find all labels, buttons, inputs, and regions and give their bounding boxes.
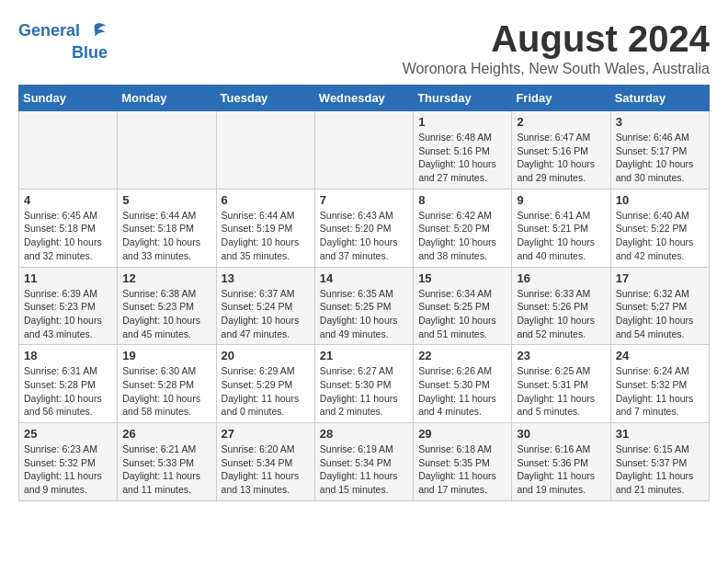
day-info: Sunrise: 6:42 AMSunset: 5:20 PMDaylight:… <box>418 209 506 263</box>
day-info: Sunrise: 6:20 AMSunset: 5:34 PMDaylight:… <box>222 442 310 497</box>
day-number: 11 <box>24 271 112 285</box>
week-row-3: 11Sunrise: 6:39 AMSunset: 5:23 PMDayligh… <box>19 267 710 345</box>
day-info: Sunrise: 6:32 AMSunset: 5:27 PMDaylight:… <box>616 287 704 341</box>
day-number: 27 <box>222 427 310 441</box>
calendar-cell: 21Sunrise: 6:27 AMSunset: 5:30 PMDayligh… <box>314 345 413 423</box>
weekday-header-thursday: Thursday <box>414 86 512 111</box>
calendar-cell: 3Sunrise: 6:46 AMSunset: 5:17 PMDaylight… <box>610 111 709 190</box>
day-number: 15 <box>418 271 506 285</box>
calendar-cell: 9Sunrise: 6:41 AMSunset: 5:21 PMDaylight… <box>512 189 610 267</box>
weekday-header-saturday: Saturday <box>610 86 709 111</box>
logo: General Blue <box>18 18 108 63</box>
week-row-4: 18Sunrise: 6:31 AMSunset: 5:28 PMDayligh… <box>19 345 710 423</box>
day-number: 4 <box>24 193 112 207</box>
day-info: Sunrise: 6:37 AMSunset: 5:24 PMDaylight:… <box>222 287 310 341</box>
day-number: 2 <box>517 115 605 129</box>
day-number: 31 <box>616 427 704 441</box>
day-info: Sunrise: 6:18 AMSunset: 5:35 PMDaylight:… <box>418 442 506 497</box>
logo-bird-icon <box>82 18 108 44</box>
day-info: Sunrise: 6:40 AMSunset: 5:22 PMDaylight:… <box>616 209 704 263</box>
calendar-table: SundayMondayTuesdayWednesdayThursdayFrid… <box>18 85 710 501</box>
calendar-cell: 12Sunrise: 6:38 AMSunset: 5:23 PMDayligh… <box>118 267 216 345</box>
calendar-cell: 15Sunrise: 6:34 AMSunset: 5:25 PMDayligh… <box>414 267 512 345</box>
day-number: 10 <box>616 193 704 207</box>
calendar-cell: 14Sunrise: 6:35 AMSunset: 5:25 PMDayligh… <box>314 267 413 345</box>
calendar-cell: 11Sunrise: 6:39 AMSunset: 5:23 PMDayligh… <box>19 267 118 345</box>
calendar-cell: 7Sunrise: 6:43 AMSunset: 5:20 PMDaylight… <box>314 189 413 267</box>
day-number: 22 <box>418 349 506 362</box>
day-number: 28 <box>320 427 408 441</box>
day-info: Sunrise: 6:31 AMSunset: 5:28 PMDaylight:… <box>24 364 112 419</box>
day-info: Sunrise: 6:24 AMSunset: 5:32 PMDaylight:… <box>616 364 704 419</box>
weekday-header-friday: Friday <box>512 86 610 111</box>
calendar-cell: 10Sunrise: 6:40 AMSunset: 5:22 PMDayligh… <box>610 189 709 267</box>
day-number: 21 <box>320 349 408 362</box>
day-info: Sunrise: 6:27 AMSunset: 5:30 PMDaylight:… <box>320 364 408 419</box>
calendar-cell: 25Sunrise: 6:23 AMSunset: 5:32 PMDayligh… <box>19 423 118 501</box>
calendar-cell: 18Sunrise: 6:31 AMSunset: 5:28 PMDayligh… <box>19 345 118 423</box>
day-number: 5 <box>122 193 210 207</box>
day-number: 13 <box>222 271 310 285</box>
calendar-cell: 29Sunrise: 6:18 AMSunset: 5:35 PMDayligh… <box>414 423 512 501</box>
calendar-cell: 26Sunrise: 6:21 AMSunset: 5:33 PMDayligh… <box>118 423 216 501</box>
calendar-cell: 6Sunrise: 6:44 AMSunset: 5:19 PMDaylight… <box>216 189 314 267</box>
day-number: 25 <box>24 427 112 441</box>
day-number: 18 <box>24 349 112 362</box>
weekday-header-tuesday: Tuesday <box>216 86 314 111</box>
calendar-cell: 31Sunrise: 6:15 AMSunset: 5:37 PMDayligh… <box>610 423 709 501</box>
calendar-cell: 20Sunrise: 6:29 AMSunset: 5:29 PMDayligh… <box>216 345 314 423</box>
calendar-cell: 4Sunrise: 6:45 AMSunset: 5:18 PMDaylight… <box>19 189 118 267</box>
calendar-cell: 13Sunrise: 6:37 AMSunset: 5:24 PMDayligh… <box>216 267 314 345</box>
day-number: 9 <box>517 193 605 207</box>
day-info: Sunrise: 6:29 AMSunset: 5:29 PMDaylight:… <box>222 364 310 419</box>
day-number: 26 <box>122 427 210 441</box>
week-row-5: 25Sunrise: 6:23 AMSunset: 5:32 PMDayligh… <box>19 423 710 501</box>
calendar-cell: 23Sunrise: 6:25 AMSunset: 5:31 PMDayligh… <box>512 345 610 423</box>
day-number: 23 <box>517 349 605 362</box>
day-info: Sunrise: 6:19 AMSunset: 5:34 PMDaylight:… <box>320 442 408 497</box>
day-info: Sunrise: 6:46 AMSunset: 5:17 PMDaylight:… <box>616 131 704 185</box>
day-info: Sunrise: 6:48 AMSunset: 5:16 PMDaylight:… <box>418 131 506 185</box>
day-number: 20 <box>222 349 310 362</box>
day-info: Sunrise: 6:35 AMSunset: 5:25 PMDaylight:… <box>320 287 408 341</box>
day-number: 17 <box>616 271 704 285</box>
day-info: Sunrise: 6:47 AMSunset: 5:16 PMDaylight:… <box>517 131 605 185</box>
calendar-cell: 19Sunrise: 6:30 AMSunset: 5:28 PMDayligh… <box>118 345 216 423</box>
weekday-header-sunday: Sunday <box>19 86 118 111</box>
page-header: General Blue August 2024 Woronora Height… <box>18 18 710 77</box>
calendar-cell: 5Sunrise: 6:44 AMSunset: 5:18 PMDaylight… <box>118 189 216 267</box>
day-info: Sunrise: 6:33 AMSunset: 5:26 PMDaylight:… <box>517 287 605 341</box>
day-number: 19 <box>122 349 210 362</box>
day-number: 14 <box>320 271 408 285</box>
logo-text: General <box>18 22 80 40</box>
calendar-cell <box>19 111 118 190</box>
day-info: Sunrise: 6:15 AMSunset: 5:37 PMDaylight:… <box>616 442 704 497</box>
month-title: August 2024 <box>403 18 710 59</box>
day-number: 29 <box>418 427 506 441</box>
day-number: 6 <box>222 193 310 207</box>
calendar-cell: 27Sunrise: 6:20 AMSunset: 5:34 PMDayligh… <box>216 423 314 501</box>
day-info: Sunrise: 6:38 AMSunset: 5:23 PMDaylight:… <box>122 287 210 341</box>
day-info: Sunrise: 6:39 AMSunset: 5:23 PMDaylight:… <box>24 287 112 341</box>
day-info: Sunrise: 6:43 AMSunset: 5:20 PMDaylight:… <box>320 209 408 263</box>
day-info: Sunrise: 6:26 AMSunset: 5:30 PMDaylight:… <box>418 364 506 419</box>
calendar-cell: 17Sunrise: 6:32 AMSunset: 5:27 PMDayligh… <box>610 267 709 345</box>
day-info: Sunrise: 6:41 AMSunset: 5:21 PMDaylight:… <box>517 209 605 263</box>
weekday-header-row: SundayMondayTuesdayWednesdayThursdayFrid… <box>19 86 710 111</box>
calendar-cell: 30Sunrise: 6:16 AMSunset: 5:36 PMDayligh… <box>512 423 610 501</box>
day-number: 24 <box>616 349 704 362</box>
calendar-cell: 8Sunrise: 6:42 AMSunset: 5:20 PMDaylight… <box>414 189 512 267</box>
day-info: Sunrise: 6:25 AMSunset: 5:31 PMDaylight:… <box>517 364 605 419</box>
calendar-cell: 28Sunrise: 6:19 AMSunset: 5:34 PMDayligh… <box>314 423 413 501</box>
title-block: August 2024 Woronora Heights, New South … <box>403 18 710 77</box>
day-info: Sunrise: 6:45 AMSunset: 5:18 PMDaylight:… <box>24 209 112 263</box>
day-info: Sunrise: 6:23 AMSunset: 5:32 PMDaylight:… <box>24 442 112 497</box>
calendar-cell: 22Sunrise: 6:26 AMSunset: 5:30 PMDayligh… <box>414 345 512 423</box>
day-number: 12 <box>122 271 210 285</box>
week-row-2: 4Sunrise: 6:45 AMSunset: 5:18 PMDaylight… <box>19 189 710 267</box>
day-number: 7 <box>320 193 408 207</box>
week-row-1: 1Sunrise: 6:48 AMSunset: 5:16 PMDaylight… <box>19 111 710 190</box>
calendar-cell: 2Sunrise: 6:47 AMSunset: 5:16 PMDaylight… <box>512 111 610 190</box>
calendar-cell <box>314 111 413 190</box>
day-info: Sunrise: 6:21 AMSunset: 5:33 PMDaylight:… <box>122 442 210 497</box>
